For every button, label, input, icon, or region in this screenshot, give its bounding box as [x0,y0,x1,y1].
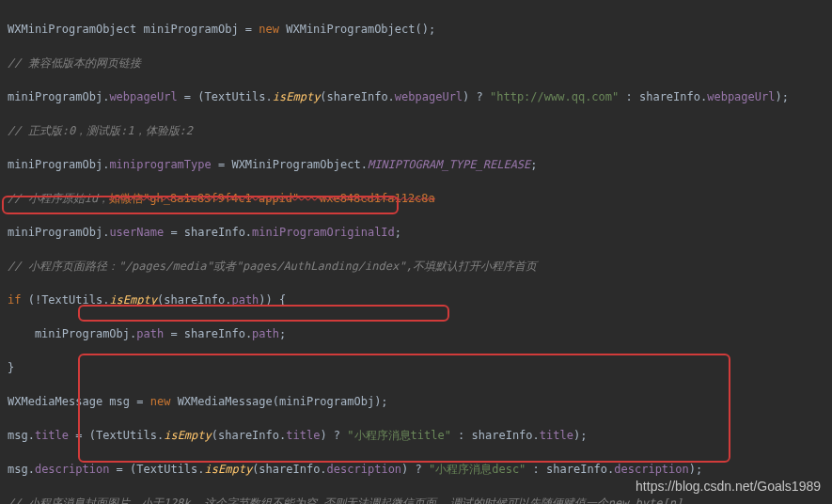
code-line: // 正式版:0，测试版:1，体验版:2 [8,122,824,139]
code-line: WXMediaMessage msg = new WXMediaMessage(… [8,393,824,410]
code-line: } [8,359,824,376]
watermark: https://blog.csdn.net/Goals1989 [636,477,821,496]
code-line: WXMiniProgramObject miniProgramObj = new… [8,21,824,38]
code-line: miniProgramObj.miniprogramType = WXMiniP… [8,156,824,173]
code-line: miniProgramObj.webpageUrl = (TextUtils.i… [8,88,824,105]
code-line: // 兼容低版本的网页链接 [8,55,824,71]
code-line: // 小程序原始id，如微信"gh_8a1e83f9f4c1 appid" wx… [8,190,824,207]
code-editor[interactable]: WXMiniProgramObject miniProgramObj = new… [8,4,824,504]
code-line: if (!TextUtils.isEmpty(shareInfo.path)) … [8,291,824,308]
code-line: msg.title = (TextUtils.isEmpty(shareInfo… [8,427,824,444]
code-line: miniProgramObj.path = shareInfo.path; [8,325,824,342]
code-line: // 小程序页面路径："/pages/media"或者"pages/AuthLa… [8,258,824,275]
code-line: miniProgramObj.userName = shareInfo.mini… [8,224,824,241]
code-line: msg.description = (TextUtils.isEmpty(sha… [8,461,824,478]
